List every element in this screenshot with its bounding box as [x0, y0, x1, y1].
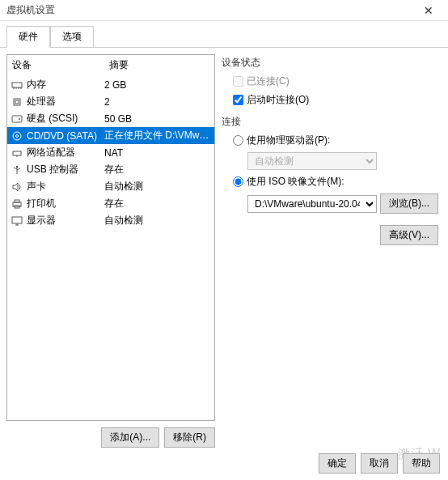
hardware-list[interactable]: 设备 摘要 内存 2 GB 处理器 2 硬盘 (SCSI) 50 GB CD/D… — [6, 54, 215, 421]
hardware-row[interactable]: 显示器 自动检测 — [7, 212, 214, 229]
svg-rect-20 — [12, 217, 22, 223]
help-button[interactable]: 帮助 — [403, 453, 440, 474]
hardware-row-summary: 50 GB — [104, 113, 211, 125]
hardware-row-summary: 存在 — [104, 163, 211, 176]
hardware-row-name: 内存 — [27, 78, 46, 91]
close-icon: ✕ — [424, 4, 433, 17]
memory-icon — [11, 79, 23, 91]
net-icon — [11, 147, 23, 159]
hardware-row-summary: NAT — [104, 147, 211, 159]
connect-at-power-checkbox[interactable]: 启动时连接(O) — [233, 93, 438, 107]
svg-point-14 — [16, 165, 18, 167]
svg-point-8 — [19, 118, 20, 120]
printer-icon — [11, 198, 23, 210]
tab-hardware[interactable]: 硬件 — [6, 26, 50, 48]
hardware-row-name: CD/DVD (SATA) — [27, 130, 97, 142]
usb-icon — [11, 164, 23, 176]
svg-rect-5 — [14, 99, 20, 105]
cancel-button[interactable]: 取消 — [361, 453, 398, 474]
browse-button[interactable]: 浏览(B)... — [380, 193, 438, 214]
hardware-row-summary: 自动检测 — [104, 180, 211, 193]
svg-point-9 — [13, 132, 21, 140]
svg-line-16 — [17, 168, 20, 170]
disk-icon — [11, 113, 23, 125]
hardware-list-header: 设备 摘要 — [7, 55, 214, 76]
hardware-row[interactable]: 打印机 存在 — [7, 195, 214, 212]
use-iso-radio[interactable]: 使用 ISO 映像文件(M): — [233, 175, 438, 189]
use-physical-label: 使用物理驱动器(P): — [247, 134, 330, 147]
ok-button[interactable]: 确定 — [319, 453, 356, 474]
hardware-row-name: 显示器 — [27, 214, 56, 227]
col-device: 设备 — [12, 58, 109, 72]
hardware-row-name: 处理器 — [27, 95, 56, 108]
hardware-row[interactable]: 内存 2 GB — [7, 76, 214, 93]
svg-rect-18 — [15, 200, 19, 202]
advanced-button[interactable]: 高级(V)... — [380, 225, 438, 245]
svg-rect-6 — [15, 100, 19, 104]
svg-rect-7 — [12, 116, 22, 122]
sound-icon — [11, 181, 23, 193]
hardware-row[interactable]: CD/DVD (SATA) 正在使用文件 D:\VMware\ubu... — [7, 127, 214, 144]
hardware-row-name: 打印机 — [27, 197, 56, 210]
cd-icon — [11, 130, 23, 142]
physical-drive-select: 自动检测 — [247, 152, 377, 170]
tab-options[interactable]: 选项 — [50, 26, 94, 47]
hardware-row-name: 声卡 — [27, 180, 46, 193]
hardware-row-summary: 自动检测 — [104, 214, 211, 227]
tab-bar: 硬件 选项 — [0, 21, 448, 48]
hardware-row-name: 硬盘 (SCSI) — [27, 112, 78, 125]
iso-path-select[interactable]: D:\VMware\ubuntu-20.04-d — [247, 195, 377, 213]
window-title: 虚拟机设置 — [6, 3, 412, 17]
connection-title: 连接 — [222, 115, 438, 129]
hardware-row-name: 网络适配器 — [27, 146, 75, 159]
use-iso-label: 使用 ISO 映像文件(M): — [247, 175, 344, 189]
connect-at-power-input[interactable] — [233, 95, 243, 105]
hardware-row-summary: 2 GB — [104, 79, 211, 91]
svg-point-10 — [16, 134, 19, 137]
svg-line-15 — [14, 168, 17, 169]
svg-rect-11 — [13, 151, 21, 155]
use-physical-radio[interactable]: 使用物理驱动器(P): — [233, 134, 438, 147]
col-summary: 摘要 — [109, 58, 129, 72]
connect-at-power-label: 启动时连接(O) — [247, 93, 309, 107]
hardware-row[interactable]: 声卡 自动检测 — [7, 178, 214, 195]
device-status-title: 设备状态 — [222, 56, 438, 70]
use-iso-input[interactable] — [233, 176, 243, 187]
hardware-row[interactable]: 网络适配器 NAT — [7, 144, 214, 161]
device-status-group: 设备状态 已连接(C) 启动时连接(O) — [222, 56, 438, 107]
hardware-row-name: USB 控制器 — [27, 163, 78, 176]
connected-label: 已连接(C) — [247, 74, 290, 88]
connected-checkbox: 已连接(C) — [233, 74, 438, 88]
display-icon — [11, 215, 23, 227]
hardware-row-summary: 存在 — [104, 197, 211, 210]
cpu-icon — [11, 96, 23, 108]
hardware-row[interactable]: 硬盘 (SCSI) 50 GB — [7, 110, 214, 127]
add-hardware-button[interactable]: 添加(A)... — [101, 427, 159, 448]
svg-rect-0 — [12, 83, 22, 87]
connected-checkbox-input — [233, 76, 243, 87]
hardware-row-summary: 正在使用文件 D:\VMware\ubu... — [104, 129, 211, 142]
hardware-row[interactable]: 处理器 2 — [7, 93, 214, 110]
use-physical-input[interactable] — [233, 135, 243, 146]
close-button[interactable]: ✕ — [412, 1, 445, 20]
hardware-row[interactable]: USB 控制器 存在 — [7, 161, 214, 178]
remove-hardware-button[interactable]: 移除(R) — [164, 427, 215, 448]
hardware-row-summary: 2 — [104, 96, 211, 108]
connection-group: 连接 使用物理驱动器(P): 自动检测 使用 ISO 映像文件(M): — [222, 115, 438, 214]
